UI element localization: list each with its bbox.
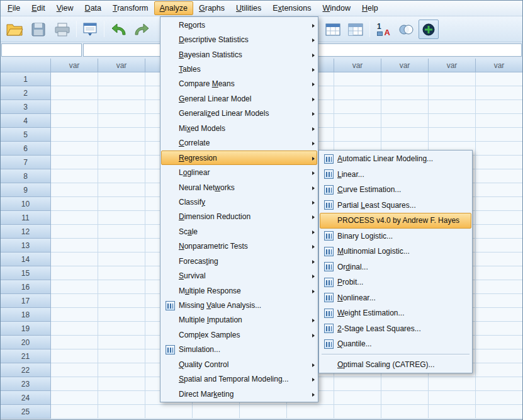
data-cell[interactable] <box>334 114 381 128</box>
row-number-16[interactable]: 16 <box>1 280 51 294</box>
menu-item-classify[interactable]: Classify <box>161 195 317 209</box>
data-cell[interactable] <box>98 322 145 336</box>
menu-item-simulation[interactable]: Simulation... <box>161 343 317 357</box>
column-header-7[interactable]: var <box>334 59 381 72</box>
data-cell[interactable] <box>51 72 98 86</box>
menu-item-quality-control[interactable]: Quality Control <box>161 357 317 372</box>
data-cell[interactable] <box>98 405 145 419</box>
data-cell[interactable] <box>476 294 522 308</box>
menu-item-regression[interactable]: Regression <box>161 150 317 165</box>
data-cell[interactable] <box>429 377 476 391</box>
data-cell[interactable] <box>429 86 476 100</box>
data-cell[interactable] <box>98 253 145 266</box>
menu-item-bayesian-statistics[interactable]: Bayesian Statistics <box>161 47 317 62</box>
data-cell[interactable] <box>476 211 522 225</box>
data-cell[interactable] <box>51 294 98 308</box>
data-cell[interactable] <box>381 391 429 405</box>
row-number-1[interactable]: 1 <box>1 72 51 86</box>
variable-sets-icon[interactable] <box>396 20 416 39</box>
data-cell[interactable] <box>429 100 476 114</box>
data-cell[interactable] <box>98 114 145 128</box>
row-number-21[interactable]: 21 <box>1 349 51 363</box>
data-cell[interactable] <box>98 211 145 225</box>
data-cell[interactable] <box>51 239 98 253</box>
data-cell[interactable] <box>98 308 145 322</box>
row-number-18[interactable]: 18 <box>1 308 51 322</box>
data-cell[interactable] <box>145 405 193 419</box>
data-cell[interactable] <box>98 336 145 349</box>
redo-icon[interactable] <box>132 20 152 39</box>
data-cell[interactable] <box>429 72 476 86</box>
data-cell[interactable] <box>51 86 98 100</box>
menu-item-missing-value-analysis[interactable]: Missing Value Analysis... <box>161 298 317 312</box>
data-cell[interactable] <box>476 86 522 100</box>
row-number-7[interactable]: 7 <box>1 156 51 169</box>
recall-dialogs-icon[interactable] <box>80 20 100 39</box>
data-cell[interactable] <box>476 363 522 377</box>
data-cell[interactable] <box>51 197 98 211</box>
undo-icon[interactable] <box>109 20 129 39</box>
menu-item-linear[interactable]: Linear... <box>320 167 471 183</box>
menu-item-complex-samples[interactable]: Complex Samples <box>161 327 317 342</box>
data-cell[interactable] <box>429 114 476 128</box>
data-cell[interactable] <box>334 377 381 391</box>
data-cell[interactable] <box>98 100 145 114</box>
data-cell[interactable] <box>51 266 98 280</box>
data-cell[interactable] <box>98 294 145 308</box>
data-cell[interactable] <box>51 211 98 225</box>
menu-item-multinomial-logistic[interactable]: Multinomial Logistic... <box>320 244 471 259</box>
data-cell[interactable] <box>476 156 522 169</box>
menubar-item-view[interactable]: View <box>51 1 79 15</box>
row-number-25[interactable]: 25 <box>1 405 51 419</box>
data-cell[interactable] <box>51 322 98 336</box>
data-cell[interactable] <box>476 377 522 391</box>
row-number-17[interactable]: 17 <box>1 294 51 308</box>
data-cell[interactable] <box>51 114 98 128</box>
column-header-2[interactable]: var <box>98 59 145 72</box>
menu-item-weight-estimation[interactable]: Weight Estimation... <box>320 305 471 321</box>
row-number-10[interactable]: 10 <box>1 197 51 211</box>
column-header-10[interactable]: var <box>476 59 522 72</box>
data-cell[interactable] <box>381 377 429 391</box>
data-cell[interactable] <box>51 363 98 377</box>
data-cell[interactable] <box>476 169 522 183</box>
row-number-12[interactable]: 12 <box>1 225 51 239</box>
show-all-variables-icon[interactable] <box>419 20 439 39</box>
menu-item-nonlinear[interactable]: Nonlinear... <box>320 290 471 306</box>
value-labels-icon[interactable]: 1 A <box>373 20 393 39</box>
data-cell[interactable] <box>193 405 240 419</box>
save-icon[interactable] <box>28 20 48 39</box>
menu-item-reports[interactable]: Reports <box>161 18 317 32</box>
menubar-item-extensions[interactable]: Extensions <box>267 1 317 15</box>
data-cell[interactable] <box>51 169 98 183</box>
menu-item-process-v4-0-by-andrew-f-hayes[interactable]: PROCESS v4.0 by Andrew F. Hayes <box>320 213 471 229</box>
data-cell[interactable] <box>51 156 98 169</box>
data-cell[interactable] <box>98 142 145 156</box>
menu-item-binary-logistic[interactable]: Binary Logistic... <box>320 229 471 244</box>
menubar-item-transform[interactable]: Transform <box>107 1 154 15</box>
data-cell[interactable] <box>98 377 145 391</box>
row-number-4[interactable]: 4 <box>1 114 51 128</box>
data-cell[interactable] <box>98 363 145 377</box>
menu-item-forecasting[interactable]: Forecasting <box>161 254 317 268</box>
data-cell[interactable] <box>476 225 522 239</box>
open-data-icon[interactable] <box>4 20 25 39</box>
row-number-8[interactable]: 8 <box>1 169 51 183</box>
data-cell[interactable] <box>381 100 429 114</box>
data-cell[interactable] <box>98 128 145 142</box>
row-number-22[interactable]: 22 <box>1 363 51 377</box>
data-cell[interactable] <box>98 183 145 197</box>
data-cell[interactable] <box>476 100 522 114</box>
data-cell[interactable] <box>98 349 145 363</box>
data-cell[interactable] <box>381 72 429 86</box>
menubar-item-window[interactable]: Window <box>317 1 356 15</box>
data-cell[interactable] <box>287 405 334 419</box>
menubar-item-utilities[interactable]: Utilities <box>230 1 267 15</box>
data-cell[interactable] <box>98 225 145 239</box>
data-cell[interactable] <box>476 322 522 336</box>
row-number-14[interactable]: 14 <box>1 253 51 266</box>
data-cell[interactable] <box>381 128 429 142</box>
menu-item-survival[interactable]: Survival <box>161 268 317 283</box>
data-cell[interactable] <box>334 128 381 142</box>
row-number-23[interactable]: 23 <box>1 377 51 391</box>
